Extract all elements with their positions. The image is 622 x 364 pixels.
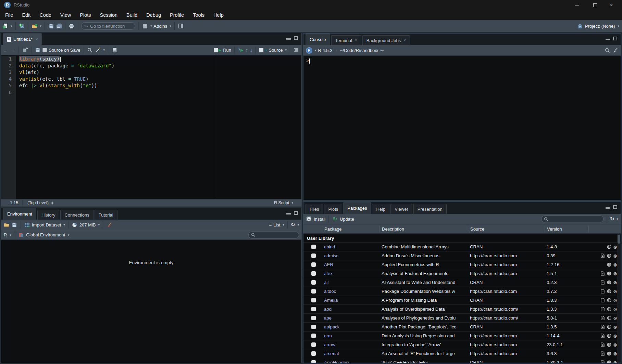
menu-item-build[interactable]: Build — [122, 11, 142, 19]
new-file-dropdown[interactable]: ▾ — [11, 24, 12, 28]
clear-console-broom-icon[interactable] — [612, 47, 618, 53]
environment-scope-selector[interactable]: Global Environment — [26, 232, 65, 237]
packages-search-input[interactable] — [541, 216, 604, 222]
memory-dropdown[interactable]: ▾ — [98, 223, 100, 226]
column-source[interactable]: Source — [468, 226, 545, 232]
package-name-link[interactable]: admisc — [324, 253, 338, 258]
forward-icon[interactable]: → — [10, 47, 15, 53]
package-loaded-checkbox[interactable] — [311, 280, 316, 285]
packages-tab-help[interactable]: Help — [372, 204, 389, 214]
menu-item-view[interactable]: View — [56, 11, 75, 19]
code-tools-dropdown[interactable]: ▾ — [103, 48, 105, 52]
view-mode-selector[interactable]: List — [273, 222, 280, 228]
browse-globe-icon[interactable] — [607, 306, 611, 312]
code-line[interactable]: 4varlist(efc, tbl = TRUE) — [1, 76, 301, 83]
package-loaded-checkbox[interactable] — [311, 360, 316, 363]
save-icon[interactable] — [35, 47, 41, 53]
package-name-link[interactable]: AsioHeaders — [324, 360, 350, 363]
print-icon[interactable] — [69, 23, 75, 29]
console-tab-terminal[interactable]: Terminal× — [331, 35, 361, 45]
packages-tab-files[interactable]: Files — [306, 204, 323, 214]
package-name-link[interactable]: ape — [324, 315, 332, 321]
package-loaded-checkbox[interactable] — [311, 316, 316, 320]
package-name-link[interactable]: aod — [324, 307, 332, 312]
manual-doc-icon[interactable] — [600, 271, 605, 277]
packages-tab-presentation[interactable]: Presentation — [413, 204, 447, 214]
package-name-link[interactable]: arsenal — [324, 351, 339, 356]
menu-item-code[interactable]: Code — [35, 11, 56, 19]
open-file-icon[interactable] — [32, 23, 38, 29]
manual-doc-icon[interactable] — [600, 306, 605, 312]
search-console-icon[interactable] — [604, 47, 610, 53]
column-description[interactable]: Description — [380, 226, 468, 232]
browse-globe-icon[interactable] — [607, 315, 611, 321]
manual-doc-icon[interactable] — [600, 324, 605, 330]
code-line[interactable]: 2data(efc, package = "datawizard") — [1, 63, 301, 69]
pane-minimize-button[interactable] — [606, 206, 610, 209]
package-name-link[interactable]: Amelia — [324, 298, 338, 303]
pane-minimize-button[interactable] — [286, 212, 291, 214]
goto-file-search[interactable]: ↪ Go to file/function — [81, 22, 135, 30]
package-name-link[interactable]: afex — [324, 271, 333, 276]
scope-dropdown[interactable]: ▾ — [68, 233, 70, 237]
browse-globe-icon[interactable] — [607, 271, 611, 277]
manual-doc-icon[interactable] — [600, 297, 605, 303]
menu-item-plots[interactable]: Plots — [75, 11, 95, 19]
pane-maximize-button[interactable] — [613, 205, 617, 209]
environment-tab-tutorial[interactable]: Tutorial — [95, 210, 117, 220]
panes-dropdown[interactable]: ▾ — [150, 24, 152, 28]
refresh-dropdown[interactable]: ▾ — [617, 217, 618, 221]
open-recent-dropdown[interactable]: ▾ — [40, 24, 42, 28]
package-loaded-checkbox[interactable] — [311, 307, 316, 311]
clear-environment-broom-icon[interactable] — [106, 222, 112, 228]
manual-doc-icon[interactable] — [600, 253, 605, 259]
package-loaded-checkbox[interactable] — [311, 289, 316, 294]
compile-report-icon[interactable] — [111, 47, 117, 53]
import-dataset-dropdown[interactable]: ▾ — [63, 223, 65, 226]
new-file-icon[interactable] — [2, 23, 8, 29]
manual-doc-icon[interactable] — [600, 333, 605, 339]
package-loaded-checkbox[interactable] — [311, 271, 316, 276]
manual-doc-icon[interactable] — [600, 351, 605, 357]
package-loaded-checkbox[interactable] — [311, 342, 316, 347]
package-name-link[interactable]: aplpack — [324, 324, 339, 329]
browse-globe-icon[interactable] — [607, 342, 611, 348]
run-previous-icon[interactable]: ↑ — [246, 47, 248, 53]
addins-dropdown[interactable]: ▾ — [170, 24, 171, 28]
scope-indicator[interactable]: (Top Level) — [27, 200, 49, 205]
scrollbar-thumb[interactable] — [618, 235, 620, 244]
source-button[interactable]: Source — [269, 48, 283, 53]
source-dropdown[interactable]: ▾ — [285, 48, 287, 52]
package-name-link[interactable]: arrow — [324, 342, 335, 347]
save-workspace-icon[interactable] — [11, 222, 17, 228]
packages-tab-viewer[interactable]: Viewer — [390, 204, 412, 214]
manual-doc-icon[interactable] — [600, 360, 605, 363]
code-editor[interactable]: 1library(spicy)2data(efc, package = "dat… — [1, 56, 301, 199]
column-version[interactable]: Version — [545, 226, 588, 232]
package-name-link[interactable]: arm — [324, 333, 332, 338]
environment-tab-history[interactable]: History — [37, 210, 59, 220]
package-name-link[interactable]: AER — [324, 262, 333, 267]
language-dropdown[interactable]: ▾ — [10, 233, 11, 237]
browse-globe-icon[interactable] — [607, 333, 611, 339]
document-outline-icon[interactable] — [293, 47, 299, 53]
refresh-dropdown[interactable]: ▾ — [297, 223, 299, 226]
pane-maximize-button[interactable] — [294, 211, 298, 215]
code-line[interactable]: 3vl(efc) — [1, 69, 301, 76]
code-line[interactable]: 5efc |> vl(starts_with("e")) — [1, 82, 301, 89]
column-package[interactable]: Package — [322, 226, 380, 232]
browse-globe-icon[interactable] — [607, 288, 611, 295]
browse-globe-icon[interactable] — [607, 244, 611, 250]
find-replace-icon[interactable] — [87, 47, 93, 53]
code-tools-wand-icon[interactable] — [95, 47, 101, 53]
view-mode-dropdown[interactable]: ▾ — [283, 223, 284, 226]
menu-item-file[interactable]: File — [1, 11, 17, 19]
doc-type-dropdown[interactable]: ▾ — [291, 201, 293, 205]
save-icon[interactable] — [48, 23, 54, 29]
package-name-link[interactable]: abind — [324, 244, 335, 249]
console-tab-background-jobs[interactable]: Background Jobs× — [362, 35, 410, 45]
rerun-icon[interactable]: ↻▶ — [238, 47, 244, 53]
refresh-icon[interactable]: ↻ — [291, 222, 295, 228]
update-button[interactable]: Update — [340, 217, 354, 222]
browse-globe-icon[interactable] — [607, 360, 611, 363]
